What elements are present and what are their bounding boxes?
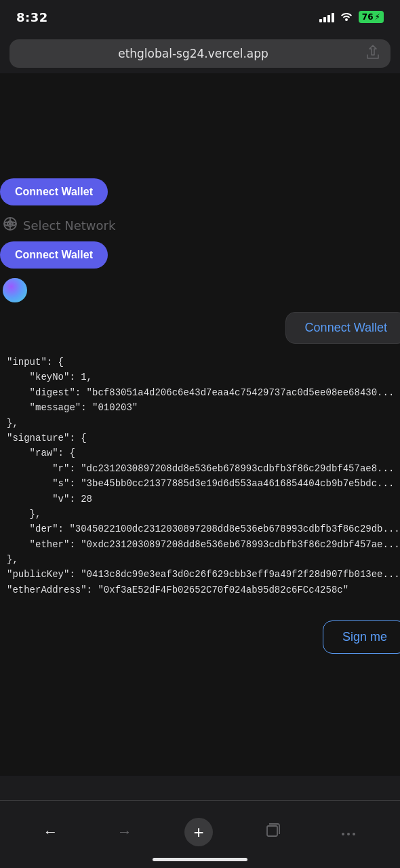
status-icons: 76⚡ [319, 10, 384, 24]
svg-point-6 [353, 833, 355, 835]
select-network-row[interactable]: Select Network [0, 210, 400, 241]
sign-me-button[interactable]: Sign me [323, 620, 400, 654]
browser-bar: ← → + [0, 800, 400, 868]
back-button[interactable]: ← [37, 821, 65, 844]
connect-wallet-row-1: Connect Wallet [0, 178, 400, 205]
connect-wallet-button-1[interactable]: Connect Wallet [0, 178, 108, 205]
sign-me-row: Sign me [0, 608, 400, 654]
forward-button[interactable]: → [111, 821, 139, 844]
tabs-button[interactable] [258, 819, 288, 845]
select-network-label: Select Network [23, 218, 115, 233]
svg-rect-3 [267, 826, 277, 836]
globe-icon [3, 278, 27, 302]
signal-bars-icon [319, 12, 334, 22]
new-tab-button[interactable]: + [184, 818, 213, 846]
more-button[interactable] [334, 821, 363, 844]
json-content: "input": { "keyNo": 1, "digest": "bcf830… [7, 355, 400, 597]
connect-wallet-button-3[interactable]: Connect Wallet [285, 312, 400, 344]
blank-area [0, 73, 400, 178]
url-bar-container: ethglobal-sg24.vercel.app [0, 34, 400, 73]
globe-row [0, 275, 400, 312]
main-content: Connect Wallet Select Network Connect Wa… [0, 73, 400, 776]
connect-wallet-row-2: Connect Wallet [0, 241, 400, 269]
url-bar[interactable]: ethglobal-sg24.vercel.app [9, 39, 391, 68]
url-text: ethglobal-sg24.vercel.app [20, 47, 366, 60]
bottom-empty [0, 654, 400, 776]
status-time: 8:32 [16, 10, 48, 24]
svg-point-5 [347, 833, 350, 835]
status-bar: 8:32 76⚡ [0, 0, 400, 34]
select-network-icon [3, 216, 18, 235]
browser-controls: ← → + [0, 801, 400, 858]
battery-icon: 76⚡ [359, 11, 384, 23]
wifi-icon [340, 10, 353, 24]
connect-wallet-row-3: Connect Wallet [0, 312, 400, 344]
json-area: "input": { "keyNo": 1, "digest": "bcf830… [0, 344, 400, 608]
home-indicator [153, 858, 247, 861]
connect-wallet-button-2[interactable]: Connect Wallet [0, 241, 108, 269]
svg-point-4 [342, 833, 344, 835]
share-icon[interactable] [366, 45, 380, 62]
